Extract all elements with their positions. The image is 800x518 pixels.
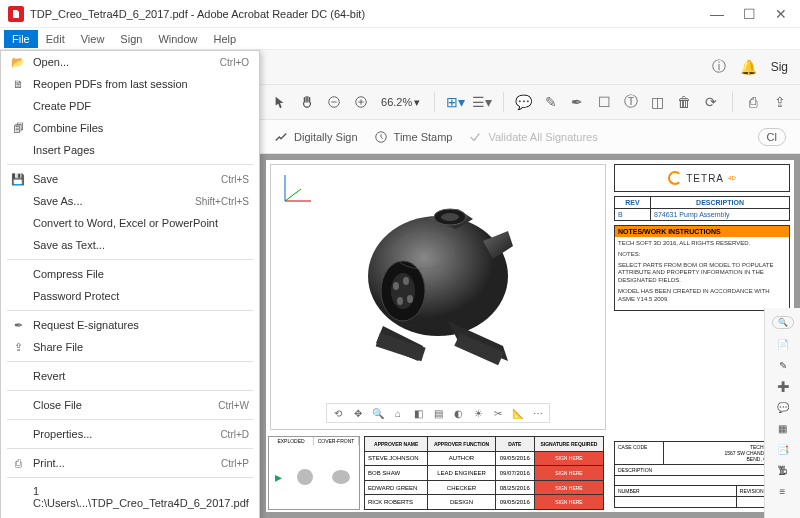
mini-light-icon[interactable]: ☀ [471,406,485,420]
help-icon[interactable]: ⓘ [712,58,726,76]
text-icon[interactable]: Ⓣ [621,90,642,114]
menu-file[interactable]: File [4,30,38,48]
mini-zoom-icon[interactable]: 🔍 [371,406,385,420]
filemenu-item-label: Compress File [33,268,249,280]
tools-organize-icon[interactable]: 📑 [777,444,789,455]
mini-measure-icon[interactable]: 📐 [511,406,525,420]
tools-edit-icon[interactable]: ✎ [779,360,787,371]
fit-width-button[interactable]: ⊞▾ [445,90,466,114]
sign-here-tag[interactable]: SIGN HERE [534,451,603,466]
highlight-icon[interactable]: ✎ [540,90,561,114]
filemenu-item[interactable]: 🗐Combine Files [1,117,259,139]
hand-tool[interactable] [297,90,318,114]
view-coverfront-label: COVER-FRONT [314,437,359,445]
blank-icon [9,427,27,441]
signature-toolbar: Digitally Sign Time Stamp Validate All S… [260,120,800,154]
print-icon[interactable]: ⎙ [743,90,764,114]
window-title: TDP_Creo_Tetra4D_6_2017.pdf - Adobe Acro… [30,8,710,20]
filemenu-item[interactable]: Insert Pages [1,139,259,161]
filemenu-item[interactable]: 🗎Reopen PDFs from last session [1,73,259,95]
prev-view-button[interactable]: ▸ [275,469,282,485]
filemenu-item-label: Create PDF [33,100,249,112]
tools-search-icon[interactable]: 🔍 [772,316,794,329]
blank-icon [9,490,27,504]
mini-iso-icon[interactable]: ◧ [411,406,425,420]
filemenu-item[interactable]: Create PDF [1,95,259,117]
filemenu-item-label: Properties... [33,428,220,440]
menubar: File Edit View Sign Window Help [0,28,800,50]
digitally-sign-button[interactable]: Digitally Sign [274,130,358,144]
filemenu-item[interactable]: 💾SaveCtrl+S [1,168,259,190]
app-icon [8,6,24,22]
filemenu-item[interactable]: Revert [1,365,259,387]
thumb-cover[interactable] [329,465,353,489]
blank-icon [9,143,27,157]
zoom-out-button[interactable] [324,90,345,114]
blank-icon [9,289,27,303]
filemenu-item[interactable]: Save As...Shift+Ctrl+S [1,190,259,212]
filemenu-item[interactable]: Compress File [1,263,259,285]
filemenu-item[interactable]: ⇪Share File [1,336,259,358]
filemenu-item[interactable]: Password Protect [1,285,259,307]
filemenu-item[interactable]: ⎙Print...Ctrl+P [1,452,259,474]
approval-table: APPROVER NAME APPROVER FUNCTION DATE SIG… [364,436,604,510]
mini-more-icon[interactable]: ⋯ [531,406,545,420]
zoom-level[interactable]: 66.2%▾ [377,96,424,109]
validate-signatures-button[interactable]: Validate All Signatures [468,130,597,144]
erase-icon[interactable]: ◫ [647,90,668,114]
pdf-page[interactable]: ⟲ ✥ 🔍 ⌂ ◧ ▤ ◐ ☀ ✂ 📐 ⋯ TETRA4D REVDESCRIP… [266,160,794,512]
filemenu-item[interactable]: Convert to Word, Excel or PowerPoint [1,212,259,234]
thumb-exploded[interactable] [293,465,317,489]
filemenu-item[interactable]: Properties...Ctrl+D [1,423,259,445]
sign-here-tag[interactable]: SIGN HERE [534,480,603,495]
filemenu-item[interactable]: Close FileCtrl+W [1,394,259,416]
pointer-tool[interactable] [270,90,291,114]
maximize-button[interactable]: ☐ [742,6,756,22]
mini-section-icon[interactable]: ✂ [491,406,505,420]
filemenu-item-label: Save As... [33,195,195,207]
filemenu-item[interactable]: 📂Open...Ctrl+O [1,51,259,73]
tools-combine-icon[interactable]: ▦ [778,423,787,434]
sign-here-tag[interactable]: SIGN HERE [534,495,603,510]
stamp-icon[interactable]: ☐ [594,90,615,114]
svg-point-21 [297,469,313,485]
filemenu-item[interactable]: 1 C:\Users\...\TDP_Creo_Tetra4D_6_2017.p… [1,481,259,513]
3d-viewport[interactable]: ⟲ ✥ 🔍 ⌂ ◧ ▤ ◐ ☀ ✂ 📐 ⋯ [270,164,606,430]
menu-window[interactable]: Window [150,30,205,48]
delete-icon[interactable]: 🗑 [674,90,695,114]
filemenu-item[interactable]: Save as Text... [1,234,259,256]
share-icon[interactable]: ⇪ [769,90,790,114]
mini-wire-icon[interactable]: ▤ [431,406,445,420]
filemenu-item[interactable]: 2 C:\Users\WAHAB\Downloads\Result (1).pd… [1,513,259,518]
close-button[interactable]: ✕ [774,6,788,22]
time-stamp-button[interactable]: Time Stamp [374,130,453,144]
rotate-icon[interactable]: ⟳ [701,90,722,114]
comment-icon[interactable]: 💬 [514,90,535,114]
svg-point-14 [393,282,399,290]
tools-compress-icon[interactable]: 🗜 [778,465,788,476]
tools-export-icon[interactable]: 📄 [777,339,789,350]
mini-pan-icon[interactable]: ✥ [351,406,365,420]
page-display-button[interactable]: ☰▾ [472,90,493,114]
menu-edit[interactable]: Edit [38,30,73,48]
sign-here-tag[interactable]: SIGN HERE [534,466,603,481]
tools-comment-icon[interactable]: 💬 [777,402,789,413]
mini-rotate-icon[interactable]: ⟲ [331,406,345,420]
filemenu-item[interactable]: ✒Request E-signatures [1,314,259,336]
signin-link[interactable]: Sig [771,60,788,74]
sign-icon[interactable]: ✒ [567,90,588,114]
bell-icon[interactable]: 🔔 [740,59,757,75]
mini-shade-icon[interactable]: ◐ [451,406,465,420]
mini-home-icon[interactable]: ⌂ [391,406,405,420]
filemenu-item-label: 1 C:\Users\...\TDP_Creo_Tetra4D_6_2017.p… [33,485,249,509]
main-toolbar: 66.2%▾ ⊞▾ ☰▾ 💬 ✎ ✒ ☐ Ⓣ ◫ 🗑 ⟳ ⎙ ⇪ [260,84,800,120]
reopen-icon: 🗎 [9,77,27,91]
menu-help[interactable]: Help [206,30,245,48]
menu-sign[interactable]: Sign [112,30,150,48]
minimize-button[interactable]: — [710,6,724,22]
tools-redact-icon[interactable]: ≡ [780,486,786,497]
zoom-in-button[interactable] [350,90,371,114]
tools-create-icon[interactable]: ➕ [777,381,789,392]
close-panel-button[interactable]: Cl [758,128,786,146]
menu-view[interactable]: View [73,30,113,48]
